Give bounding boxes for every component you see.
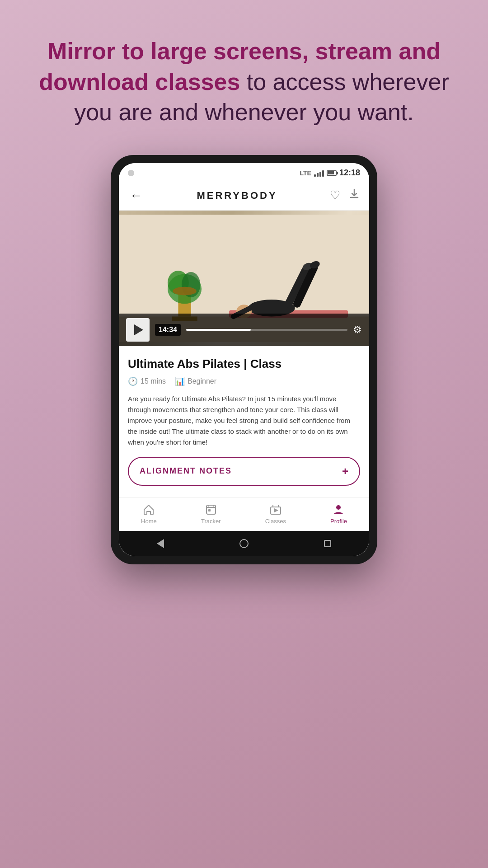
tracker-icon — [205, 503, 217, 516]
play-button[interactable] — [126, 318, 150, 342]
svg-point-25 — [336, 505, 341, 510]
favorite-icon[interactable]: ♡ — [330, 188, 340, 202]
video-timestamp: 14:34 — [155, 324, 181, 336]
android-home-button[interactable] — [239, 539, 249, 548]
clock-icon: 🕐 — [128, 376, 138, 386]
svg-rect-20 — [208, 509, 211, 511]
android-back-icon — [157, 539, 164, 548]
signal-bar-2 — [317, 173, 319, 177]
bottom-nav: Home Tracker — [119, 497, 369, 531]
status-bar: LTE 12:18 — [119, 163, 369, 181]
download-icon[interactable] — [348, 188, 360, 203]
class-description: Are you ready for Ultimate Abs Pilates? … — [128, 394, 360, 448]
settings-icon[interactable]: ⚙ — [353, 324, 362, 336]
nav-label-tracker: Tracker — [201, 518, 221, 525]
nav-item-tracker[interactable]: Tracker — [194, 502, 228, 526]
progress-bar-fill — [186, 329, 251, 331]
home-icon — [142, 503, 155, 516]
profile-icon — [332, 503, 345, 516]
class-meta: 🕐 15 mins 📊 Beginner — [128, 376, 360, 386]
android-nav-bar — [119, 531, 369, 556]
time-display: 12:18 — [339, 168, 360, 178]
app-header: ← MERRYBODY ♡ — [119, 181, 369, 211]
signal-bar-4 — [322, 170, 324, 177]
signal-bars — [314, 169, 324, 177]
status-right: LTE 12:18 — [300, 168, 360, 178]
duration-meta: 🕐 15 mins — [128, 376, 166, 386]
level-meta: 📊 Beginner — [175, 376, 216, 386]
nav-label-home: Home — [141, 518, 157, 525]
android-back-button[interactable] — [157, 539, 164, 548]
class-title: Ultimate Abs Pilates | Class — [128, 357, 360, 371]
video-area: 14:34 ⚙ — [119, 211, 369, 346]
alignment-notes-label: ALIGNMENT NOTES — [140, 466, 232, 476]
phone-shell: LTE 12:18 ← MERRYBODY — [111, 155, 377, 564]
video-controls: 14:34 ⚙ — [119, 314, 369, 346]
android-home-icon — [239, 539, 249, 548]
nav-label-classes: Classes — [265, 518, 286, 525]
back-button[interactable]: ← — [128, 187, 144, 205]
signal-bar-1 — [314, 174, 316, 177]
headline: Mirror to large screens, stream and down… — [0, 36, 488, 155]
lte-indicator: LTE — [300, 169, 311, 177]
svg-point-7 — [173, 287, 197, 296]
nav-label-profile: Profile — [330, 518, 347, 525]
alignment-plus-icon: + — [342, 465, 348, 478]
nav-item-profile[interactable]: Profile — [323, 502, 354, 526]
status-left — [128, 170, 134, 176]
phone-inner: LTE 12:18 ← MERRYBODY — [119, 163, 369, 556]
camera-dot — [128, 170, 134, 176]
nav-item-classes[interactable]: Classes — [258, 502, 293, 526]
play-triangle-icon — [134, 324, 143, 335]
app-logo: MERRYBODY — [197, 190, 277, 202]
signal-bar-3 — [319, 172, 321, 177]
page-wrapper: Mirror to large screens, stream and down… — [0, 0, 488, 868]
duration-label: 15 mins — [141, 377, 166, 385]
classes-icon — [269, 503, 282, 516]
svg-rect-16 — [206, 505, 216, 514]
content-area: Ultimate Abs Pilates | Class 🕐 15 mins 📊… — [119, 346, 369, 497]
nav-item-home[interactable]: Home — [134, 502, 164, 526]
battery-icon — [327, 170, 337, 176]
battery-fill — [328, 171, 334, 174]
android-recents-icon — [324, 540, 331, 547]
alignment-notes-button[interactable]: ALIGNMENT NOTES + — [128, 457, 360, 486]
progress-bar[interactable] — [186, 329, 347, 331]
android-recents-button[interactable] — [324, 540, 331, 547]
header-icons: ♡ — [330, 188, 360, 203]
level-icon: 📊 — [175, 376, 185, 386]
svg-marker-22 — [274, 508, 278, 512]
level-label: Beginner — [188, 377, 216, 385]
